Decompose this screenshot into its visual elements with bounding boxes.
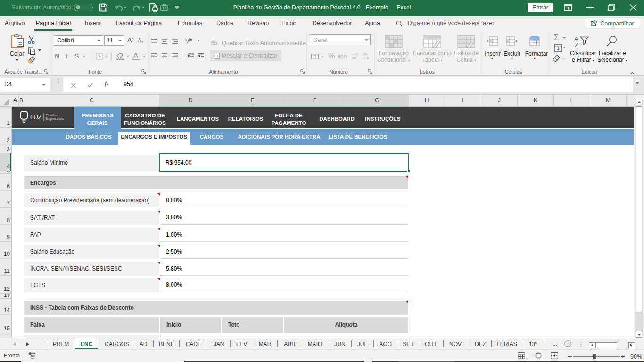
svg-text:ab: ab (186, 37, 191, 42)
svg-text:Z: Z (575, 41, 578, 48)
svg-text:ab: ab (211, 40, 215, 44)
